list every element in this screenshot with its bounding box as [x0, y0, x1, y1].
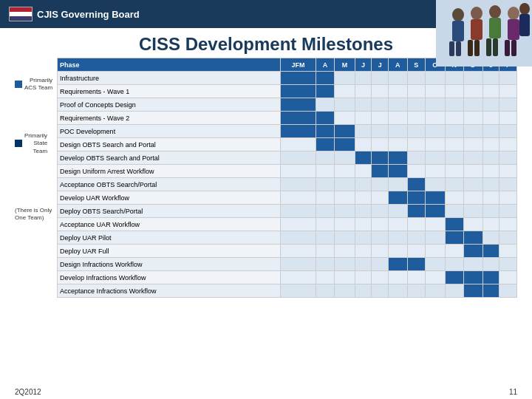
gantt-cell	[316, 138, 335, 151]
phase-cell: Develop UAR Workflow	[58, 191, 281, 205]
gantt-cell	[335, 271, 355, 284]
phase-cell: Develop Infractions Workflow	[58, 271, 281, 284]
col-m: M	[335, 58, 355, 72]
table-row: Requirements - Wave 2	[58, 112, 517, 125]
gantt-cell	[426, 151, 445, 165]
footer: 2Q2012 11	[15, 388, 517, 396]
gantt-cell	[372, 284, 389, 298]
gantt-cell	[464, 178, 483, 191]
gantt-cell	[372, 125, 389, 138]
svg-rect-3	[449, 41, 454, 56]
gantt-cell	[445, 258, 464, 271]
gantt-cell	[335, 231, 355, 245]
gantt-cell	[389, 165, 408, 178]
gantt-cell	[316, 112, 335, 125]
gantt-cell	[355, 98, 372, 112]
gantt-cell	[389, 284, 408, 298]
gantt-cell	[445, 191, 464, 205]
gantt-cell	[426, 284, 445, 298]
gantt-cell	[355, 151, 372, 165]
gantt-cell	[389, 218, 408, 231]
gantt-cell	[389, 112, 408, 125]
gantt-cell	[407, 191, 426, 205]
gantt-cell	[281, 231, 316, 245]
phase-cell: POC Development	[58, 125, 281, 138]
gantt-cell	[426, 85, 445, 98]
gantt-cell	[426, 218, 445, 231]
svg-rect-14	[508, 19, 519, 40]
gantt-cell	[482, 284, 499, 298]
gantt-chart: Phase JFM A M J J A S O N D J F Infrastr…	[57, 58, 517, 298]
org-name: CJIS Governing Board	[37, 9, 140, 20]
gantt-cell	[355, 191, 372, 205]
gantt-cell	[407, 231, 426, 245]
gantt-cell	[482, 231, 499, 245]
gantt-cell	[281, 138, 316, 151]
gantt-cell	[445, 72, 464, 85]
gantt-cell	[281, 125, 316, 138]
svg-rect-4	[456, 41, 461, 56]
gantt-cell	[281, 271, 316, 284]
gantt-cell	[407, 218, 426, 231]
logo-flag	[9, 7, 33, 21]
gantt-cell	[499, 138, 517, 151]
gantt-cell	[372, 112, 389, 125]
gantt-cell	[482, 205, 499, 218]
gantt-cell	[445, 112, 464, 125]
gantt-cell	[281, 245, 316, 258]
gantt-cell	[499, 284, 517, 298]
svg-rect-8	[474, 40, 480, 56]
gantt-cell	[426, 245, 445, 258]
svg-point-1	[452, 8, 464, 21]
gantt-cell	[499, 231, 517, 245]
gantt-cell	[426, 125, 445, 138]
gantt-cell	[316, 231, 335, 245]
gantt-cell	[316, 178, 335, 191]
gantt-cell	[464, 231, 483, 245]
svg-point-9	[489, 5, 501, 18]
gantt-cell	[281, 151, 316, 165]
people-illustration	[436, 0, 532, 66]
gantt-cell	[445, 165, 464, 178]
gantt-cell	[316, 271, 335, 284]
gantt-cell	[464, 165, 483, 178]
phase-cell: Design Infractions Workflow	[58, 258, 281, 271]
acs-color	[15, 81, 22, 88]
svg-rect-12	[493, 38, 498, 56]
sidebar: Primarily ACS Team Primarily State Team …	[15, 58, 54, 298]
gantt-cell	[281, 205, 316, 218]
gantt-cell	[372, 178, 389, 191]
table-row: Develop UAR Workflow	[58, 191, 517, 205]
gantt-cell	[482, 151, 499, 165]
gantt-cell	[335, 258, 355, 271]
gantt-cell	[281, 218, 316, 231]
gantt-cell	[426, 138, 445, 151]
gantt-cell	[445, 151, 464, 165]
gantt-cell	[355, 231, 372, 245]
gantt-cell	[316, 245, 335, 258]
table-row: Acceptance OBTS Search/Portal	[58, 178, 517, 191]
phase-cell: Deploy OBTS Search/Portal	[58, 205, 281, 218]
gantt-cell	[372, 258, 389, 271]
gantt-cell	[355, 218, 372, 231]
gantt-cell	[372, 191, 389, 205]
phase-cell: Acceptance Infractions Workflow	[58, 284, 281, 298]
gantt-cell	[464, 218, 483, 231]
gantt-cell	[335, 112, 355, 125]
gantt-cell	[407, 258, 426, 271]
gantt-cell	[407, 284, 426, 298]
gantt-cell	[499, 151, 517, 165]
svg-rect-11	[486, 38, 491, 56]
svg-rect-10	[489, 18, 501, 38]
col-phase: Phase	[58, 58, 281, 72]
gantt-cell	[445, 284, 464, 298]
gantt-cell	[389, 178, 408, 191]
gantt-cell	[372, 85, 389, 98]
gantt-cell	[499, 125, 517, 138]
col-a2: A	[389, 58, 408, 72]
gantt-cell	[335, 85, 355, 98]
gantt-cell	[482, 125, 499, 138]
milestones-table: Phase JFM A M J J A S O N D J F Infrastr…	[57, 58, 517, 298]
col-s: S	[407, 58, 426, 72]
gantt-cell	[499, 191, 517, 205]
